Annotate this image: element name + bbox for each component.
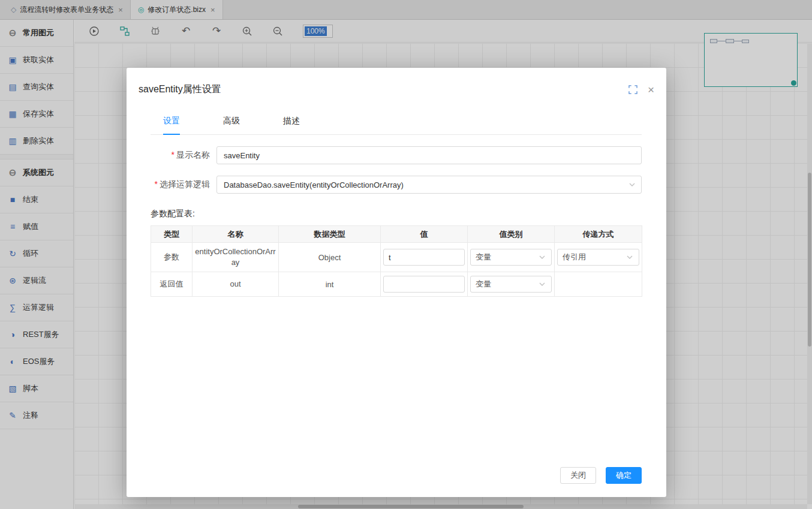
chevron-down-icon	[539, 281, 546, 288]
value-category-value: 变量	[476, 279, 491, 290]
cell-type: 参数	[151, 243, 193, 272]
param-row: 参数 entityOrCollectionOrArray Object 变量	[151, 243, 642, 272]
ok-button[interactable]: 确定	[606, 467, 642, 484]
return-row: 返回值 out int 变量	[151, 272, 642, 297]
close-icon[interactable]: ×	[648, 84, 654, 95]
cell-type: 返回值	[151, 272, 193, 297]
cell-name: entityOrCollectionOrArray	[193, 243, 279, 272]
tab-settings[interactable]: 设置	[163, 116, 180, 135]
required-mark: *	[172, 150, 175, 159]
col-data-type: 数据类型	[279, 226, 381, 243]
close-button[interactable]: 关闭	[560, 467, 596, 484]
return-value-input[interactable]	[383, 276, 465, 293]
logic-select-value: DatabaseDao.saveEntity(entityOrCollectio…	[224, 180, 404, 189]
chevron-down-icon	[539, 254, 546, 261]
param-table: 类型 名称 数据类型 值 值类别 传递方式 参数 entityOrCollect…	[151, 225, 642, 297]
param-table-label: 参数配置表:	[151, 209, 642, 219]
dialog-footer: 关闭 确定	[560, 467, 642, 484]
col-value: 值	[381, 226, 468, 243]
tab-description[interactable]: 描述	[283, 116, 300, 134]
dialog-tabs: 设置 高级 描述	[151, 116, 642, 135]
chevron-down-icon	[628, 181, 636, 188]
logic-label: *选择运算逻辑	[151, 179, 216, 190]
cell-passing-mode-empty	[555, 272, 642, 297]
required-mark: *	[155, 179, 158, 189]
tab-advanced[interactable]: 高级	[223, 116, 240, 134]
cell-data-type: Object	[279, 243, 381, 272]
value-category-value: 变量	[476, 252, 491, 263]
passing-mode-value: 传引用	[563, 252, 586, 263]
chevron-down-icon	[626, 254, 633, 261]
col-type: 类型	[151, 226, 193, 243]
dialog-title: saveEntity属性设置	[139, 84, 221, 94]
cell-name: out	[193, 272, 279, 297]
col-value-category: 值类别	[468, 226, 555, 243]
logic-select[interactable]: DatabaseDao.saveEntity(entityOrCollectio…	[216, 176, 642, 194]
param-value-input[interactable]	[383, 249, 465, 266]
col-passing-mode: 传递方式	[555, 226, 642, 243]
display-name-label: *显示名称	[151, 150, 216, 161]
save-entity-properties-dialog: saveEntity属性设置 × 设置 高级 描述 *显示名称 *选择运算逻辑 …	[127, 68, 666, 497]
dialog-body: *显示名称 *选择运算逻辑 DatabaseDao.saveEntity(ent…	[127, 146, 666, 297]
value-category-select[interactable]: 变量	[470, 249, 552, 266]
dialog-header: saveEntity属性设置 ×	[127, 68, 666, 96]
passing-mode-select[interactable]: 传引用	[557, 249, 639, 266]
value-category-select[interactable]: 变量	[470, 276, 552, 293]
cell-data-type: int	[279, 272, 381, 297]
col-name: 名称	[193, 226, 279, 243]
param-table-header-row: 类型 名称 数据类型 值 值类别 传递方式	[151, 226, 642, 243]
fullscreen-icon[interactable]	[628, 85, 637, 94]
display-name-input[interactable]	[216, 146, 642, 164]
